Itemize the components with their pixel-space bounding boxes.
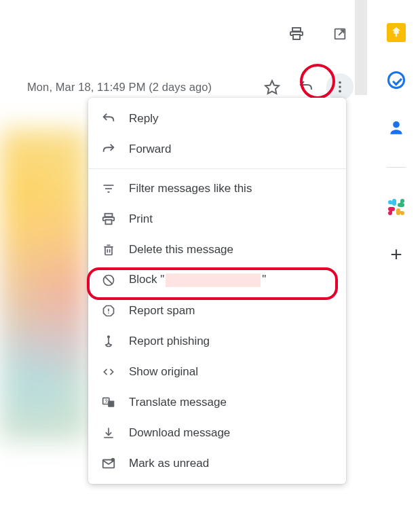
svg-point-5 [339, 86, 341, 88]
reply-icon [298, 79, 314, 95]
slack-icon [387, 197, 406, 216]
menu-item-translate[interactable]: 文 Translate message [88, 387, 346, 417]
reply-icon [100, 111, 117, 127]
menu-item-label: Report spam [129, 304, 195, 318]
svg-rect-10 [105, 213, 113, 216]
svg-point-4 [339, 81, 341, 84]
menu-item-delete[interactable]: Delete this message [88, 234, 346, 265]
code-icon [100, 364, 117, 380]
filter-icon [100, 181, 117, 197]
block-label-prefix: Block " [129, 273, 164, 286]
forward-icon [100, 141, 117, 157]
open-in-new-icon [332, 26, 348, 42]
svg-rect-8 [105, 188, 112, 189]
svg-rect-11 [105, 219, 111, 223]
svg-line-14 [105, 276, 113, 284]
side-panel: + [373, 0, 420, 509]
menu-item-report-spam[interactable]: Report spam [88, 295, 346, 326]
reply-button[interactable] [292, 73, 320, 100]
tasks-icon [387, 71, 405, 89]
redacted-sender-name [166, 274, 261, 287]
keep-icon [387, 23, 406, 42]
trash-icon [100, 242, 117, 258]
more-button[interactable] [326, 73, 354, 100]
sidepanel-keep[interactable] [385, 22, 407, 43]
menu-item-label: Filter messages like this [129, 182, 252, 195]
menu-item-mark-unread[interactable]: Mark as unread [88, 448, 346, 478]
print-button[interactable] [283, 20, 310, 48]
sidepanel-slack[interactable] [385, 196, 407, 218]
menu-item-show-original[interactable]: Show original [88, 356, 346, 387]
svg-point-24 [393, 121, 400, 128]
star-button[interactable] [259, 73, 286, 100]
menu-item-reply[interactable]: Reply [88, 103, 346, 134]
print-icon [288, 26, 305, 42]
svg-point-6 [339, 90, 341, 93]
message-toolbar [283, 20, 354, 48]
message-timestamp: Mon, Mar 18, 11:49 PM (2 days ago) [27, 81, 254, 94]
menu-item-label: Forward [129, 143, 171, 156]
sidepanel-contacts[interactable] [385, 117, 407, 138]
vertical-scrollbar[interactable] [355, 0, 367, 95]
open-in-new-button[interactable] [326, 20, 354, 48]
menu-item-label: Delete this message [129, 243, 233, 257]
menu-item-block[interactable]: Block "" [88, 265, 346, 295]
menu-item-label: Translate message [129, 396, 227, 409]
svg-rect-1 [293, 35, 300, 39]
report-spam-icon [100, 303, 117, 319]
mark-unread-icon [100, 455, 117, 472]
block-label-suffix: " [262, 273, 266, 286]
star-icon [264, 79, 280, 95]
svg-text:文: 文 [104, 398, 109, 403]
email-view-area: Mon, Mar 18, 11:49 PM (2 days ago) [0, 0, 367, 509]
menu-item-label: Download message [129, 426, 230, 440]
block-icon [100, 272, 117, 288]
svg-rect-19 [108, 400, 114, 407]
message-meta-row: Mon, Mar 18, 11:49 PM (2 days ago) [27, 73, 354, 100]
menu-divider [88, 168, 346, 169]
menu-item-label: Report phishing [129, 335, 210, 348]
more-vert-icon [332, 79, 348, 95]
blurred-email-content [0, 129, 88, 441]
menu-item-label: Print [129, 212, 153, 226]
menu-item-filter[interactable]: Filter messages like this [88, 173, 346, 204]
svg-point-17 [108, 336, 110, 338]
menu-item-forward[interactable]: Forward [88, 134, 346, 164]
contacts-icon [387, 119, 405, 136]
print-icon [100, 211, 117, 227]
menu-item-download[interactable]: Download message [88, 417, 346, 448]
sidepanel-divider [387, 167, 406, 168]
svg-point-16 [108, 312, 109, 314]
sidepanel-tasks[interactable] [385, 69, 407, 91]
menu-item-report-phishing[interactable]: Report phishing [88, 326, 346, 356]
menu-item-print[interactable]: Print [88, 204, 346, 234]
svg-rect-9 [107, 191, 109, 193]
svg-point-23 [111, 457, 115, 461]
menu-item-label: Show original [129, 365, 198, 379]
menu-item-label: Reply [129, 112, 158, 126]
plus-icon: + [390, 244, 402, 265]
sidepanel-add[interactable]: + [385, 244, 407, 265]
translate-icon: 文 [100, 394, 117, 411]
download-icon [100, 425, 117, 441]
svg-rect-12 [105, 246, 112, 254]
menu-item-label: Block "" [129, 273, 266, 287]
message-more-menu: Reply Forward Filter messages like this … [88, 98, 346, 484]
svg-marker-3 [265, 81, 279, 94]
svg-rect-0 [292, 28, 301, 31]
report-phishing-icon [100, 333, 117, 350]
menu-item-label: Mark as unread [129, 457, 209, 470]
svg-rect-7 [104, 185, 114, 186]
